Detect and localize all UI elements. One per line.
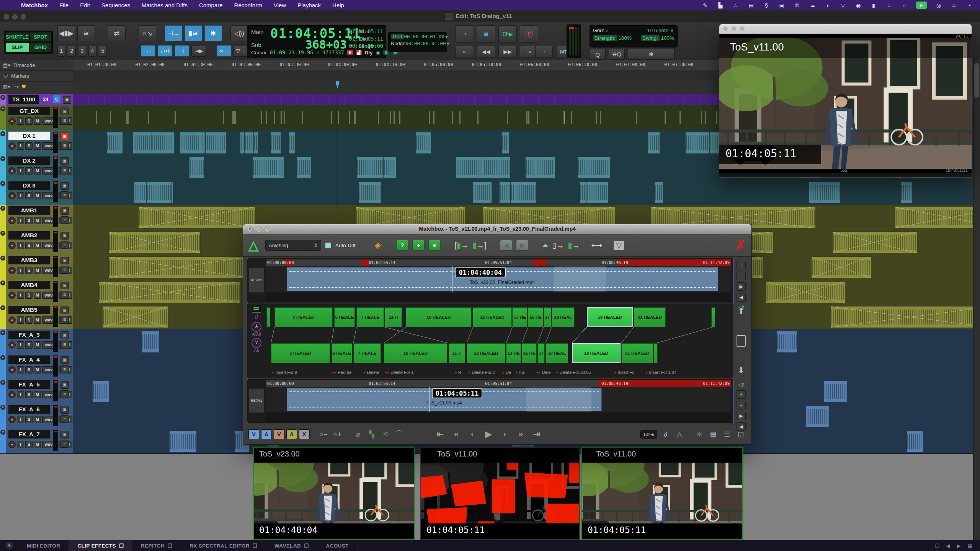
audio-clip[interactable] — [244, 132, 254, 154]
mute-button[interactable]: M — [34, 441, 41, 448]
rewind-button[interactable]: ◀◀ — [477, 46, 495, 57]
track-view-button[interactable]: ▣ — [60, 306, 69, 314]
mute-button[interactable]: M — [34, 292, 41, 299]
viewer-zoom-level[interactable]: 50% — [640, 430, 657, 439]
track-disclosure-icon[interactable]: ▼ — [0, 106, 5, 111]
spot-mode-button[interactable]: SPOT — [30, 32, 51, 42]
solo-button[interactable]: S — [25, 441, 33, 448]
audio-clip[interactable] — [189, 157, 205, 179]
track-view-button[interactable]: ▣ — [60, 282, 69, 289]
facetime-camera-icon[interactable]: ▶ — [916, 2, 927, 9]
record-enable-button[interactable]: ● — [8, 292, 16, 299]
mute-button[interactable]: M — [34, 341, 41, 349]
quantize-button[interactable]: Q — [590, 49, 606, 60]
prev-match-button[interactable]: ◀ — [500, 240, 512, 251]
audio-zoom-button[interactable]: ◀▮▶ — [57, 25, 75, 41]
healed-segment-top[interactable]: 11 H — [385, 307, 402, 327]
edit-marker[interactable]: ♦♦ Dele — [536, 370, 550, 375]
healed-segment-bottom[interactable]: 12 HEALED — [467, 343, 505, 363]
copyright-status-icon[interactable]: © — [793, 2, 801, 8]
menu-item-playback[interactable]: Playback — [292, 2, 327, 8]
layout-icon[interactable]: ◱ — [735, 430, 746, 439]
menu-item-reconform[interactable]: Reconform — [229, 2, 268, 8]
window-layout-icon[interactable]: ▙ — [717, 2, 724, 8]
link-timeline-button[interactable]: ∞→ — [217, 45, 231, 57]
video-online-button[interactable]: O — [53, 95, 60, 103]
track-view-button[interactable]: ▣ — [60, 232, 69, 240]
track-comments-button[interactable]: ≣ — [60, 341, 69, 348]
audio-clip[interactable] — [356, 157, 385, 179]
track-name[interactable]: DX 2 — [8, 156, 50, 165]
input-monitor-button[interactable]: I — [17, 292, 24, 299]
audio-clip[interactable] — [169, 430, 197, 452]
match-up-arrow[interactable]: ⬆ — [738, 306, 745, 316]
track-header[interactable]: ▼AMB4●ISMwaveread▣≣ — [0, 279, 73, 305]
track-header[interactable]: ▼AMB5●ISMwaveread▣≣ — [0, 304, 73, 329]
track-comments-button[interactable]: ≣ — [60, 142, 69, 149]
audio-clip[interactable] — [482, 157, 510, 179]
thumbnail-current[interactable]: ToS_v11.00 01:04:05:11 — [581, 447, 743, 540]
thumbnail-reference[interactable]: ToS_v23.00 01:04:40:04 — [253, 447, 415, 540]
grid-mode-button[interactable]: GRID — [30, 42, 51, 52]
audio-clip[interactable] — [766, 281, 845, 303]
timeline-playhead[interactable] — [429, 387, 430, 412]
mute-button[interactable]: M — [34, 142, 41, 150]
input-monitor-button[interactable]: I — [17, 416, 24, 423]
solo-button[interactable]: S — [25, 217, 33, 224]
dock-tab-acoust[interactable]: ACOUST — [317, 540, 357, 551]
track-name[interactable]: TS_1100 — [8, 95, 39, 104]
healed-segment-bottom[interactable]: 19 HEALED — [572, 343, 621, 363]
gear-icon[interactable]: ✻ — [694, 430, 705, 439]
record-enable-button[interactable]: ● — [8, 142, 16, 150]
link-track-button[interactable]: ▽→ — [234, 45, 248, 57]
audio-clip[interactable] — [271, 132, 281, 154]
next-match-button[interactable]: ▶ — [516, 240, 528, 251]
channel-button-v-2[interactable]: V — [274, 429, 284, 439]
grid-view-icon[interactable]: ❐ — [935, 543, 939, 549]
audio-clip[interactable] — [98, 281, 241, 303]
track-comments-button[interactable]: ≣ — [60, 241, 69, 249]
audio-clip[interactable] — [499, 182, 511, 204]
healed-segment-bottom[interactable]: 7 HEALE — [353, 343, 381, 363]
record-enable-button[interactable]: ● — [8, 441, 16, 448]
audio-clip[interactable] — [108, 256, 251, 278]
audio-clip[interactable] — [648, 132, 660, 154]
grid-value[interactable]: 00:00:00:01.00 — [404, 34, 444, 39]
compensation-icon[interactable]: ◉ — [376, 49, 381, 55]
track-comments-button[interactable]: ≣ — [60, 390, 69, 398]
healed-segment-bottom[interactable]: 10 HEALED — [384, 343, 448, 363]
track-header[interactable]: ▼AMB3●ISMwaveread▣≣ — [0, 254, 73, 280]
audio-clip[interactable] — [106, 132, 123, 154]
match-down-arrow[interactable]: ⬇ — [738, 365, 745, 375]
track-name[interactable]: DX 1 — [8, 132, 50, 140]
timeline-insertion-icon[interactable]: ▟ — [356, 50, 361, 55]
solo-button[interactable]: S — [25, 416, 33, 423]
filmstrip-icon[interactable]: ▤ — [708, 430, 719, 439]
menu-item-compare[interactable]: Compare — [193, 2, 229, 8]
scrubber-tool[interactable]: ◁)) — [230, 25, 248, 41]
viewer-titlebar[interactable] — [719, 24, 972, 34]
dock-tab-rx-spectral-editor[interactable]: RX SPECTRAL EDITOR❐ — [181, 540, 266, 551]
track-header[interactable]: ▼FX_A_4●ISMwaveread▣≣ — [0, 354, 73, 379]
audio-clip[interactable] — [142, 331, 160, 353]
stop-button[interactable]: ■ — [477, 25, 495, 43]
record-button[interactable]: Ⓟ — [520, 25, 538, 43]
null-icon[interactable]: ⌀ — [353, 430, 363, 439]
healed-segment-bottom[interactable]: 15 HE — [522, 343, 537, 363]
audio-clip[interactable] — [831, 306, 980, 328]
edit-marker[interactable]: ♦ De — [502, 370, 511, 375]
midi-zoom-button[interactable]: ≋ — [77, 25, 95, 41]
solo-button[interactable]: S — [25, 366, 33, 373]
audio-clip[interactable] — [473, 182, 492, 204]
healed-segment-top[interactable]: 7 HEALE — [356, 307, 384, 327]
menu-item-help[interactable]: Help — [327, 2, 350, 8]
audio-clip[interactable] — [456, 157, 483, 179]
record-enable-button[interactable]: ● — [8, 242, 16, 249]
record-enable-button[interactable]: ● — [8, 366, 16, 373]
dock-list-icon[interactable]: ▦ — [968, 543, 972, 549]
insertion-follows-button[interactable]: ⇥▶ — [191, 45, 206, 57]
delta-icon[interactable]: △ — [674, 430, 685, 439]
audio-clip[interactable] — [895, 207, 980, 228]
record-enable-button[interactable]: ● — [8, 167, 16, 174]
channel-button-v-0[interactable]: V — [248, 429, 259, 439]
